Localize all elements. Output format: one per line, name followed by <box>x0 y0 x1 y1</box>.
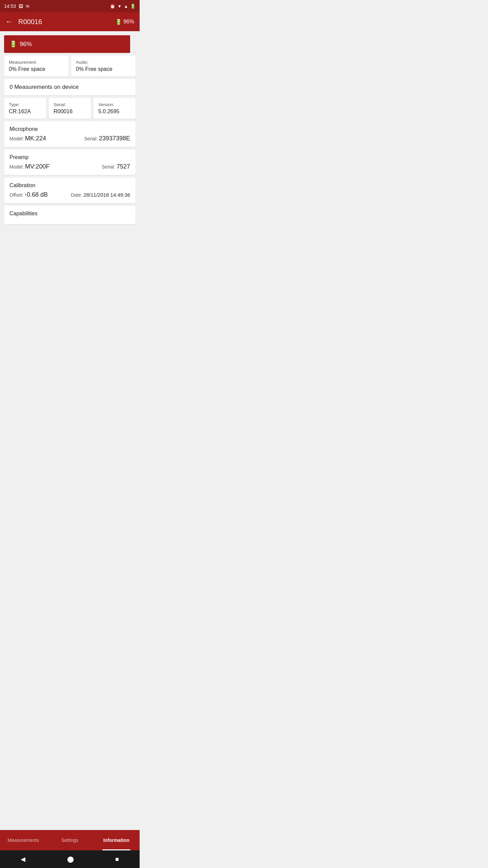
battery-card-icon: 🔋 <box>9 40 17 48</box>
battery-progress-card: 🔋 96% <box>4 35 136 53</box>
device-version-value: 5.0.2695 <box>98 108 131 115</box>
device-version-label: Version: <box>98 102 131 107</box>
calibration-date-label: Date: <box>71 192 82 198</box>
measurements-on-device-value: 0 Measurements on device <box>9 84 130 91</box>
status-bar: 14:53 🖼 ✉ ⏰ ▼ ▲ 🔋 <box>0 0 140 12</box>
wifi-icon: ▼ <box>117 4 122 9</box>
measurement-label: Measurement: <box>9 60 64 65</box>
device-serial-card: Serial: R00016 <box>49 98 91 119</box>
app-bar-battery-percent: 96% <box>123 19 134 25</box>
preamp-card: Preamp Model: MV:200F Serial: 7527 <box>4 150 136 175</box>
device-type-value: CR:162A <box>9 108 41 115</box>
mic-model-value: MK:224 <box>25 135 46 142</box>
device-info-row: Type: CR:162A Serial: R00016 Version: 5.… <box>4 98 136 119</box>
device-serial-label: Serial: <box>54 102 86 107</box>
calibration-offset-value: -0.68 dB <box>25 191 48 198</box>
battery-card-percent: 96% <box>20 41 32 48</box>
preamp-title: Preamp <box>9 154 130 160</box>
calibration-offset-label: Offset: <box>9 192 23 198</box>
storage-cards-row: Measurement: 0% Free space Audio: 0% Fre… <box>4 56 136 76</box>
calibration-card: Calibration Offset: -0.68 dB Date: 28/11… <box>4 178 136 203</box>
audio-label: Audio: <box>76 60 131 65</box>
back-button[interactable]: ← <box>5 17 13 26</box>
main-content: 🔋 96% Measurement: 0% Free space Audio: … <box>0 31 140 228</box>
battery-empty <box>130 35 136 53</box>
capabilities-title: Capabilities <box>9 211 130 217</box>
app-bar: ← R00016 🔋 96% <box>0 12 140 31</box>
mic-model-label: Model: <box>9 136 24 141</box>
measurement-storage-card: Measurement: 0% Free space <box>4 56 68 76</box>
battery-icon: 🔋 <box>115 19 122 25</box>
status-time: 14:53 <box>4 3 16 9</box>
preamp-serial-label: Serial: <box>102 164 115 170</box>
app-bar-title: R00016 <box>18 18 115 26</box>
microphone-card: Microphone Model: MK:224 Serial: 2393739… <box>4 121 136 147</box>
device-version-card: Version: 5.0.2695 <box>94 98 136 119</box>
audio-storage-card: Audio: 0% Free space <box>71 56 136 76</box>
preamp-model-value: MV:200F <box>25 163 49 170</box>
signal-icon: ▲ <box>124 4 128 9</box>
device-serial-value: R00016 <box>54 108 86 115</box>
audio-value: 0% Free space <box>76 66 131 72</box>
gmail-icon: ✉ <box>26 4 29 9</box>
device-type-card: Type: CR:162A <box>4 98 46 119</box>
app-bar-battery: 🔋 96% <box>115 19 134 25</box>
preamp-serial-value: 7527 <box>117 163 130 170</box>
capabilities-card: Capabilities <box>4 206 136 224</box>
microphone-title: Microphone <box>9 126 130 132</box>
preamp-model-label: Model: <box>9 164 24 170</box>
measurements-on-device-card: 0 Measurements on device <box>4 79 136 95</box>
calibration-date-value: 28/11/2018 14:49:36 <box>83 192 130 198</box>
mic-serial-label: Serial: <box>84 136 98 141</box>
mic-serial-value: 23937398E <box>99 135 130 142</box>
gallery-icon: 🖼 <box>19 4 23 9</box>
calibration-title: Calibration <box>9 182 130 189</box>
device-type-label: Type: <box>9 102 41 107</box>
measurement-value: 0% Free space <box>9 66 64 72</box>
battery-status-icon: 🔋 <box>130 4 136 9</box>
alarm-icon: ⏰ <box>110 4 115 9</box>
